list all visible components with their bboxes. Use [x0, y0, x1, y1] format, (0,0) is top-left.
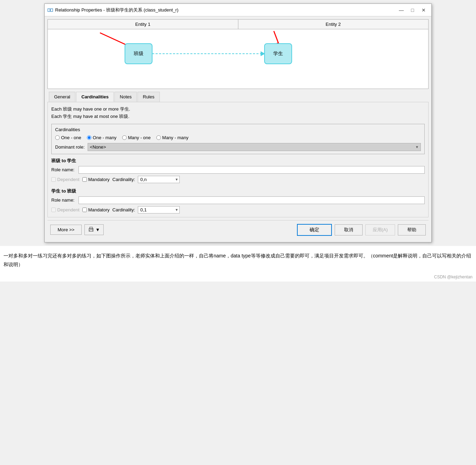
- footer-content: 一对多和多对一练习完还有多对多的练习，如下图操作所示，老师实体和上面介绍的一样，…: [3, 253, 471, 267]
- cancel-button[interactable]: 取消: [335, 224, 363, 235]
- cardinalities-group: Cardinalities One - one One - many Many …: [51, 124, 425, 154]
- diagram-canvas: 班级 学生: [48, 29, 428, 85]
- entity2-box[interactable]: 学生: [264, 43, 292, 64]
- tab-general[interactable]: General: [49, 92, 75, 102]
- section1-dependent-checkbox[interactable]: [51, 177, 56, 182]
- section1-role-label: Role name:: [51, 167, 76, 172]
- section1-props-row: Dependent Mandatory Cardinality: 0,n 1,n…: [51, 176, 425, 183]
- print-icon: [88, 226, 94, 233]
- section2-props-row: Dependent Mandatory Cardinality: 0,1 0,n…: [51, 206, 425, 213]
- entity1-box[interactable]: 班级: [125, 43, 153, 64]
- title-bar-controls: — □ ✕: [396, 6, 429, 14]
- dominant-role-select-wrapper: <None> ▼: [88, 143, 421, 151]
- description-line2: Each 学生 may have at most one 班级.: [51, 113, 425, 120]
- section1-dependent-checkbox-item: Dependent: [51, 177, 80, 182]
- svg-rect-11: [90, 230, 92, 231]
- csdn-badge: CSDN @kejizhentan: [0, 275, 476, 282]
- radio-many-many-input[interactable]: [156, 135, 161, 140]
- section2-cardinality-label: Cardinality:: [112, 207, 135, 212]
- section2-dependent-checkbox-item: Dependent: [51, 207, 80, 212]
- window-title: Relationship Properties - 班级和学生的关系 (clas…: [55, 7, 178, 13]
- button-bar: More >> ▼ 确定 取消 应用(A) 帮助: [47, 220, 429, 239]
- description-text: Each 班级 may have one or more 学生. Each 学生…: [51, 106, 425, 120]
- entity1-header: Entity 1: [48, 20, 238, 29]
- section2-mandatory-checkbox[interactable]: [82, 208, 87, 212]
- dialog-content: Entity 1 Entity 2: [45, 16, 431, 242]
- svg-point-12: [92, 229, 93, 230]
- tab-cardinalities[interactable]: Cardinalities: [76, 92, 114, 102]
- section2-cardinality-select-wrapper: 0,1 0,n 1,n 1,1 ▼: [138, 206, 180, 213]
- section2-header: 学生 to 班级: [51, 188, 425, 194]
- section1-mandatory-checkbox-item: Mandatory: [82, 177, 110, 182]
- radio-one-one[interactable]: One - one: [55, 135, 81, 140]
- entity1-label: 班级: [134, 51, 143, 57]
- close-button[interactable]: ✕: [419, 6, 429, 14]
- section2-mandatory-checkbox-item: Mandatory: [82, 207, 110, 212]
- cardinalities-group-label: Cardinalities: [55, 127, 421, 132]
- apply-button[interactable]: 应用(A): [365, 224, 395, 235]
- section1-role-input[interactable]: [79, 166, 425, 174]
- confirm-button[interactable]: 确定: [297, 224, 332, 236]
- section1-role-row: Role name:: [51, 166, 425, 174]
- section1-cardinality-label: Cardinality:: [112, 177, 135, 182]
- radio-many-one-label: Many - one: [128, 135, 151, 140]
- radio-many-many-label: Many - many: [162, 135, 188, 140]
- minimize-button[interactable]: —: [396, 6, 406, 14]
- footer-text: 一对多和多对一练习完还有多对多的练习，如下图操作所示，老师实体和上面介绍的一样，…: [0, 246, 476, 275]
- dominant-role-label: Dominant role:: [55, 144, 85, 150]
- entity2-label: 学生: [273, 51, 283, 57]
- cardinality-radio-row: One - one One - many Many - one Many - m…: [55, 135, 421, 140]
- radio-one-many-input[interactable]: [87, 135, 91, 140]
- radio-many-one[interactable]: Many - one: [122, 135, 151, 140]
- title-bar-left: Relationship Properties - 班级和学生的关系 (clas…: [47, 7, 178, 13]
- entity2-header: Entity 2: [238, 20, 429, 29]
- section2-cardinality-select[interactable]: 0,1 0,n 1,n 1,1: [138, 206, 180, 213]
- more-button[interactable]: More >>: [50, 225, 82, 235]
- section2-role-row: Role name:: [51, 196, 425, 204]
- tab-content-cardinalities: Each 班级 may have one or more 学生. Each 学生…: [47, 102, 429, 217]
- svg-rect-1: [51, 9, 53, 12]
- section2-dependent-checkbox[interactable]: [51, 208, 56, 212]
- radio-many-many[interactable]: Many - many: [156, 135, 188, 140]
- entity-diagram: Entity 1 Entity 2: [47, 19, 429, 89]
- radio-many-one-input[interactable]: [122, 135, 127, 140]
- maximize-button[interactable]: □: [408, 6, 417, 14]
- description-line1: Each 班级 may have one or more 学生.: [51, 106, 425, 113]
- dialog-window: Relationship Properties - 班级和学生的关系 (clas…: [44, 3, 432, 242]
- tabs-container: General Cardinalities Notes Rules: [47, 92, 429, 102]
- tab-notes[interactable]: Notes: [114, 92, 137, 102]
- section2-role-input[interactable]: [79, 196, 425, 204]
- print-button[interactable]: ▼: [84, 224, 104, 235]
- dropdown-arrow-icon: ▼: [95, 227, 100, 232]
- entity-headers: Entity 1 Entity 2: [48, 20, 428, 29]
- window-icon: [47, 7, 53, 13]
- section1-dependent-label: Dependent: [57, 177, 80, 182]
- section1-cardinality-select-wrapper: 0,n 1,n 0,1 1,1 ▼: [138, 176, 180, 183]
- dominant-role-select[interactable]: <None>: [88, 143, 421, 151]
- section1-header: 班级 to 学生: [51, 158, 425, 164]
- dominant-role-row: Dominant role: <None> ▼: [55, 143, 421, 151]
- radio-one-one-input[interactable]: [55, 135, 60, 140]
- radio-one-many[interactable]: One - many: [87, 135, 117, 140]
- radio-one-many-label: One - many: [93, 135, 117, 140]
- diagram-svg: [48, 29, 428, 85]
- section1-cardinality-select[interactable]: 0,n 1,n 0,1 1,1: [138, 176, 180, 183]
- svg-rect-0: [48, 9, 50, 12]
- tab-rules[interactable]: Rules: [137, 92, 159, 102]
- section2-role-label: Role name:: [51, 197, 76, 203]
- section1-mandatory-label: Mandatory: [88, 177, 110, 182]
- section2-mandatory-label: Mandatory: [88, 207, 110, 212]
- radio-one-one-label: One - one: [61, 135, 81, 140]
- title-bar: Relationship Properties - 班级和学生的关系 (clas…: [45, 4, 431, 16]
- section2-dependent-label: Dependent: [57, 207, 80, 212]
- help-button[interactable]: 帮助: [398, 224, 426, 235]
- section1-mandatory-checkbox[interactable]: [82, 177, 87, 182]
